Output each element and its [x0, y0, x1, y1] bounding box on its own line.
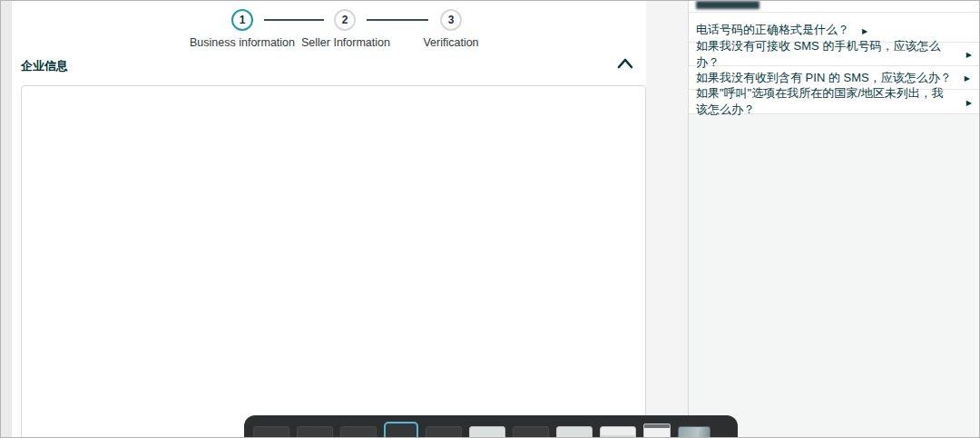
dock-thumbnail[interactable]: [678, 426, 710, 438]
dock-thumbnail[interactable]: [253, 426, 289, 438]
dock-thumbnail[interactable]: [469, 426, 505, 438]
collapse-section-button[interactable]: [616, 57, 636, 72]
faq-item-text: 如果我没有可接收 SMS 的手机号码，应该怎么办？: [696, 38, 954, 71]
step-connector-2: [367, 19, 428, 21]
step-3-number: 3: [448, 14, 455, 26]
step-2-circle: 2: [334, 9, 356, 31]
dock-thumbnail[interactable]: [513, 426, 549, 438]
dock-thumbnail[interactable]: [426, 426, 462, 438]
faq-panel: 电话号码的正确格式是什么？ ▶ 如果我没有可接收 SMS 的手机号码，应该怎么办…: [688, 1, 980, 438]
dock-thumbnail[interactable]: [556, 426, 593, 438]
dock-thumbnail-row: [253, 426, 710, 438]
faq-item-text: 电话号码的正确格式是什么？: [696, 22, 849, 38]
faq-item-no-sms-number[interactable]: 如果我没有可接收 SMS 的手机号码，应该怎么办？ ▶: [689, 43, 980, 66]
column-gap: [646, 1, 688, 438]
dock-thumbnail[interactable]: [297, 426, 333, 438]
dock-thumbnail[interactable]: [340, 426, 377, 438]
step-1-number: 1: [240, 14, 246, 26]
registration-window: 1 2 3 Business information Seller Inform…: [0, 0, 980, 438]
dock-thumbnail[interactable]: [643, 423, 671, 438]
faq-heading-redacted: [696, 1, 760, 9]
dock-thumbnail[interactable]: [600, 426, 636, 438]
step-connector-1: [264, 19, 324, 21]
faq-item-text: 如果"呼叫"选项在我所在的国家/地区未列出，我该怎么办？: [696, 85, 954, 118]
chevron-up-icon: [616, 57, 634, 70]
expand-arrow-icon: ▶: [966, 99, 972, 107]
expand-arrow-icon: ▶: [966, 51, 972, 59]
thumbnail-dock: [244, 415, 738, 438]
expand-arrow-icon: ▶: [862, 27, 867, 35]
step-3-circle: 3: [440, 9, 462, 31]
faq-list: 电话号码的正确格式是什么？ ▶ 如果我没有可接收 SMS 的手机号码，应该怎么办…: [689, 1, 980, 114]
faq-header-area: [689, 1, 980, 13]
faq-item-text: 如果我没有收到含有 PIN 的 SMS，应该怎么办？: [696, 70, 952, 86]
left-gutter: [1, 1, 12, 438]
step-2-number: 2: [342, 14, 348, 26]
business-info-card: [21, 85, 646, 438]
step-3-label: Verification: [387, 36, 514, 49]
dock-thumbnail-active[interactable]: [384, 422, 418, 438]
expand-arrow-icon: ▶: [965, 74, 970, 83]
section-title: 企业信息: [21, 58, 68, 74]
step-1-circle: 1: [231, 9, 253, 31]
faq-item-call-option-unlisted[interactable]: 如果"呼叫"选项在我所在的国家/地区未列出，我该怎么办？ ▶: [689, 90, 980, 114]
